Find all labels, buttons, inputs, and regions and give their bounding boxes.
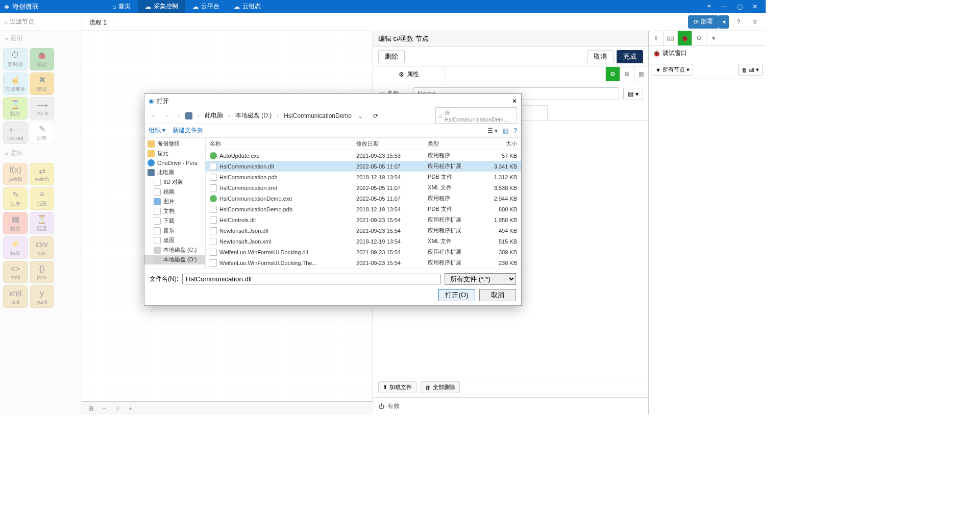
preview-icon[interactable]: ▥ bbox=[503, 127, 508, 134]
filter-all[interactable]: 🗑all▾ bbox=[738, 64, 763, 76]
palette-node-定时器[interactable]: ⏱定时器 bbox=[3, 48, 28, 70]
file-list[interactable]: 名称修改日期类型大小 AutoUpdate.exe2021-09-23 15:5… bbox=[206, 138, 521, 269]
palette-node-注释[interactable]: ✎注释 bbox=[30, 122, 54, 144]
menu-icon[interactable]: ≡ bbox=[702, 2, 716, 12]
palette-section[interactable]: ▾ 通用 bbox=[0, 31, 82, 46]
tree-item[interactable]: 音乐 bbox=[144, 226, 205, 235]
up-icon[interactable]: ↑ bbox=[175, 112, 182, 119]
palette-node-调试[interactable]: 🐞调试 bbox=[30, 48, 54, 70]
tree-item[interactable]: 本地磁盘 (C:) bbox=[144, 245, 205, 255]
cancel-button[interactable]: 取消 bbox=[587, 50, 614, 63]
tree-item[interactable]: 本地磁盘 (D:) bbox=[144, 255, 205, 264]
file-row[interactable]: Newtonsoft.Json.xml2018-12-19 13:54XML 文… bbox=[206, 236, 521, 247]
column-header[interactable]: 大小 bbox=[482, 138, 521, 150]
file-row[interactable]: HslControls.dll2021-09-23 15:54应用程序扩展1,9… bbox=[206, 214, 521, 225]
flow-tab[interactable]: 流程 1 bbox=[82, 13, 114, 31]
palette-section[interactable]: ▾ 逻辑 bbox=[0, 146, 82, 161]
maximize-icon[interactable]: ▢ bbox=[733, 2, 746, 12]
tree-item[interactable]: 桌面 bbox=[144, 235, 205, 245]
deploy-button[interactable]: ⟳ 部署 bbox=[688, 15, 719, 29]
delete-button[interactable]: 删除 bbox=[378, 50, 405, 63]
done-button[interactable]: 完成 bbox=[617, 50, 643, 63]
zoom-reset-icon[interactable]: ○ bbox=[112, 403, 123, 414]
file-row[interactable]: HslCommunicationDemo.pdb2018-12-19 13:54… bbox=[206, 204, 521, 214]
palette-node-js函数[interactable]: f(x)js函数 bbox=[3, 163, 28, 185]
tree-item[interactable]: 海创微联 bbox=[144, 139, 205, 149]
palette-node-json[interactable]: {}json bbox=[30, 261, 54, 283]
folder-tree[interactable]: 海创微联瑞元OneDrive - Pers此电脑3D 对象视频图片文档下载音乐桌… bbox=[144, 138, 206, 269]
nav-icon[interactable]: ⊞ bbox=[85, 403, 96, 414]
delete-all-button[interactable]: 🗑全部删除 bbox=[421, 381, 460, 393]
open-button[interactable]: 打开(O) bbox=[438, 289, 475, 301]
info-icon[interactable]: ℹ bbox=[649, 31, 663, 45]
palette-node-范围[interactable]: ≡范围 bbox=[30, 187, 54, 210]
tab-properties[interactable]: ⚙ 属性 bbox=[373, 67, 445, 82]
palette-node-yaml[interactable]: yyaml bbox=[30, 285, 54, 308]
search-input[interactable]: ⌕ 在 HslCommunicationDem... bbox=[435, 107, 517, 124]
file-row[interactable]: AutoUpdate.exe2021-09-23 15:53应用程序57 KB bbox=[206, 150, 521, 161]
palette-filter[interactable]: ⌕ 过滤节点 bbox=[0, 13, 82, 31]
doc-icon[interactable]: 🗎 bbox=[620, 67, 634, 81]
bug-icon[interactable]: 🐞 bbox=[677, 31, 692, 45]
palette-node-switch[interactable]: ⇄switch bbox=[30, 163, 54, 185]
nav-云组态[interactable]: ☁云组态 bbox=[227, 0, 268, 13]
book-icon[interactable]: 📖 bbox=[663, 31, 677, 45]
breadcrumb[interactable]: 此电脑 bbox=[205, 111, 223, 120]
chevron-down-icon[interactable]: ▾ bbox=[706, 31, 720, 45]
palette-node-link in[interactable]: ⟶link in bbox=[30, 97, 54, 119]
column-header[interactable]: 修改日期 bbox=[352, 138, 424, 150]
file-row[interactable]: WeifenLuo.WinFormsUI.Docking.dll2021-09-… bbox=[206, 247, 521, 257]
file-row[interactable]: HslCommunication.dll2022-05-05 11:07应用程序… bbox=[206, 161, 521, 172]
forward-icon[interactable]: → bbox=[162, 112, 172, 119]
nav-采集控制[interactable]: ☁采集控制 bbox=[138, 0, 185, 13]
gear-icon[interactable]: ⚙ bbox=[692, 31, 706, 45]
tree-item[interactable]: 下载 bbox=[144, 216, 205, 226]
zoom-out-icon[interactable]: − bbox=[99, 403, 110, 414]
palette-node-xml[interactable]: xmlxml bbox=[3, 285, 28, 308]
file-row[interactable]: HslCommunication.pdb2018-12-19 13:54PDB … bbox=[206, 172, 521, 182]
appearance-icon[interactable]: ▦ bbox=[634, 67, 648, 81]
organize-menu[interactable]: 组织 ▾ bbox=[149, 126, 165, 135]
tree-item[interactable]: 瑞元 bbox=[144, 149, 205, 158]
filter-nodes[interactable]: ▼所有节点▾ bbox=[652, 64, 693, 76]
file-filter[interactable]: 所有文件 (*.*) bbox=[445, 273, 516, 285]
load-file-button[interactable]: ⬆加载文件 bbox=[378, 381, 416, 393]
new-folder-button[interactable]: 新建文件夹 bbox=[173, 126, 203, 135]
close-icon[interactable]: ✕ bbox=[748, 2, 762, 12]
palette-node-link out[interactable]: ⟵link out bbox=[3, 122, 28, 144]
filename-input[interactable] bbox=[182, 274, 440, 284]
tree-item[interactable]: 3D 对象 bbox=[144, 177, 205, 187]
palette-node-完成事件[interactable]: ☝完成事件 bbox=[3, 73, 28, 95]
deploy-dropdown[interactable]: ▾ bbox=[719, 15, 729, 29]
tree-item[interactable]: OneDrive - Pers bbox=[144, 158, 205, 167]
column-header[interactable]: 类型 bbox=[424, 138, 482, 150]
back-icon[interactable]: ← bbox=[149, 112, 159, 119]
tree-item[interactable]: 图片 bbox=[144, 197, 205, 206]
icon-picker[interactable]: ▤▾ bbox=[623, 88, 643, 100]
minimize-icon[interactable]: — bbox=[718, 2, 731, 12]
file-row[interactable]: WeifenLuo.WinFormsUI.Docking.The...2021-… bbox=[206, 257, 521, 268]
palette-node-触发[interactable]: ⚡触发 bbox=[3, 236, 28, 259]
palette-node-延迟[interactable]: ⏳延迟 bbox=[30, 212, 54, 234]
breadcrumb[interactable]: HslCommunicationDemo bbox=[284, 112, 352, 119]
breadcrumb[interactable]: 本地磁盘 (D:) bbox=[235, 111, 272, 120]
help-icon[interactable]: ? bbox=[732, 15, 745, 29]
palette-node-改变[interactable]: ✎改变 bbox=[3, 187, 28, 210]
nav-首页[interactable]: ⌂首页 bbox=[105, 0, 138, 13]
menu-icon[interactable]: ≡ bbox=[748, 15, 762, 29]
nav-云平台[interactable]: ☁云平台 bbox=[185, 0, 227, 13]
tree-item[interactable]: 此电脑 bbox=[144, 167, 205, 177]
env-icon[interactable]: ⚙ bbox=[605, 67, 620, 81]
zoom-in-icon[interactable]: + bbox=[125, 403, 136, 414]
palette-node-csv[interactable]: csvcsv bbox=[30, 236, 54, 259]
column-header[interactable]: 名称 bbox=[206, 138, 352, 150]
tree-item[interactable]: 视频 bbox=[144, 187, 205, 197]
help-icon[interactable]: ? bbox=[513, 127, 517, 134]
palette-node-错误[interactable]: ✖错误 bbox=[30, 73, 54, 95]
palette-node-模版[interactable]: ▦模版 bbox=[3, 212, 28, 234]
file-row[interactable]: HslCommunication.xml2022-05-05 11:07XML … bbox=[206, 182, 521, 193]
palette-node-状态[interactable]: ⌛状态 bbox=[3, 97, 28, 119]
cancel-button[interactable]: 取消 bbox=[479, 289, 516, 301]
view-icon[interactable]: ☰ ▾ bbox=[487, 127, 498, 134]
close-icon[interactable]: ✕ bbox=[512, 98, 517, 105]
